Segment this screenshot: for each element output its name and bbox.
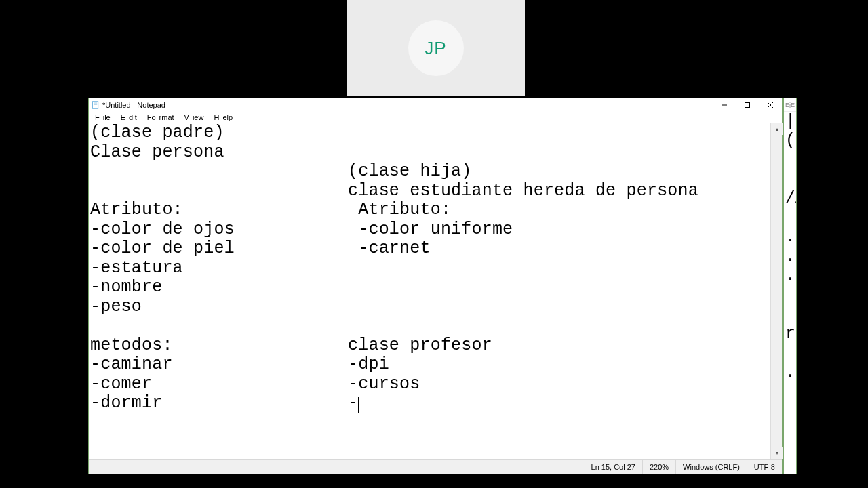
menu-file[interactable]: File <box>92 113 117 121</box>
menu-edit[interactable]: Edit <box>117 113 144 121</box>
scroll-down-button[interactable]: ▾ <box>771 447 783 459</box>
background-window-sliver: EjE | (C /A .. .. .. rr .. <box>783 98 797 474</box>
close-button[interactable] <box>759 98 782 112</box>
editor-content[interactable]: (clase padre) Clase persona (clase hija)… <box>89 123 770 413</box>
status-zoom: 220% <box>642 460 675 474</box>
participant-tile: JP <box>347 0 525 96</box>
avatar-initials: JP <box>425 38 446 59</box>
menu-view[interactable]: View <box>181 113 211 121</box>
titlebar[interactable]: *Untitled - Notepad <box>89 98 782 112</box>
scroll-up-button[interactable]: ▴ <box>771 123 783 135</box>
menu-help[interactable]: Help <box>210 113 239 121</box>
minimize-button[interactable] <box>713 98 736 112</box>
vertical-scrollbar[interactable]: ▴ ▾ <box>770 123 782 459</box>
menubar: File Edit Format View Help <box>89 112 782 123</box>
status-line-ending: Windows (CRLF) <box>675 460 747 474</box>
svg-rect-0 <box>93 102 98 109</box>
menu-format[interactable]: Format <box>144 113 181 121</box>
notepad-icon <box>92 101 100 109</box>
background-window-content-fragment: | (C /A .. .. .. rr .. <box>784 112 796 382</box>
window-title: *Untitled - Notepad <box>102 101 713 109</box>
avatar: JP <box>408 20 464 76</box>
svg-rect-5 <box>745 103 750 108</box>
statusbar: Ln 15, Col 27 220% Windows (CRLF) UTF-8 <box>89 459 782 474</box>
status-position: Ln 15, Col 27 <box>585 460 642 474</box>
notepad-window: *Untitled - Notepad File Edit Format Vie… <box>88 98 783 474</box>
background-window-title-fragment: EjE <box>784 98 796 112</box>
status-encoding: UTF-8 <box>747 460 782 474</box>
text-editor[interactable]: (clase padre) Clase persona (clase hija)… <box>89 123 770 459</box>
maximize-button[interactable] <box>736 98 759 112</box>
